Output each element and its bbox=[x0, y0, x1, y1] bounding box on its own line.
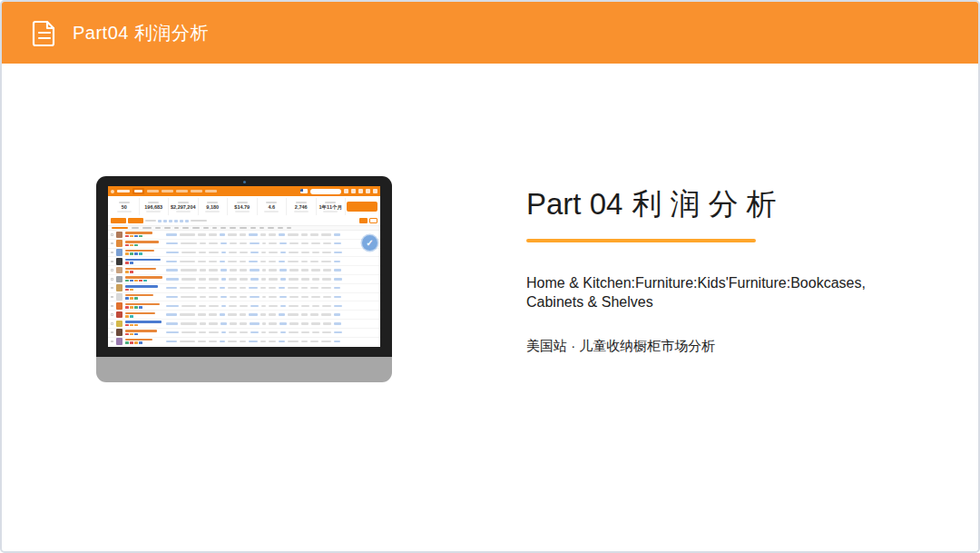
variant-chips bbox=[125, 297, 163, 300]
stat-label bbox=[119, 202, 130, 203]
product-thumbnail bbox=[116, 240, 123, 247]
variant-chips bbox=[125, 280, 163, 282]
table-value-cell bbox=[209, 261, 217, 263]
variant-chip bbox=[130, 280, 133, 282]
product-thumbnail bbox=[116, 329, 123, 336]
variant-chip bbox=[139, 235, 142, 238]
table-link-cell bbox=[166, 296, 178, 299]
table-value-cell bbox=[230, 242, 237, 245]
table-link-cell bbox=[279, 269, 287, 272]
stat-subtext bbox=[117, 211, 132, 212]
table-link-cell bbox=[249, 313, 258, 316]
table-value-cell bbox=[260, 313, 266, 316]
table-value-cell bbox=[209, 313, 217, 316]
category-path: Home & Kitchen:Furniture:Kids'Furniture:… bbox=[526, 273, 926, 312]
stat-label bbox=[178, 202, 189, 203]
filter-label bbox=[145, 220, 156, 222]
table-value-cell bbox=[260, 261, 266, 263]
table-link-cell bbox=[250, 331, 259, 334]
webcam-dot bbox=[243, 181, 246, 183]
stat-value: 196,683 bbox=[144, 204, 162, 210]
product-thumbnail bbox=[116, 321, 123, 328]
variant-chip bbox=[134, 333, 138, 336]
monitor-bezel: 50196,683$2,297,2049,180$14.794.62,7461年… bbox=[96, 176, 392, 357]
table-value-cell bbox=[289, 252, 299, 254]
product-title-link bbox=[125, 276, 162, 279]
table-value-cell bbox=[289, 322, 299, 325]
stat-cell: $2,297,204 bbox=[169, 198, 199, 215]
table-link-cell bbox=[279, 261, 285, 263]
column-header bbox=[203, 227, 209, 230]
table-value-cell bbox=[199, 331, 206, 334]
table-value-cell bbox=[181, 296, 197, 299]
row-checkbox bbox=[111, 296, 113, 299]
column-header bbox=[164, 227, 171, 230]
app-nav-item bbox=[205, 190, 217, 193]
variant-chips bbox=[125, 315, 163, 318]
variant-chips bbox=[125, 271, 163, 273]
table-value-cell bbox=[310, 261, 318, 263]
table-value-cell bbox=[301, 313, 308, 316]
table-value-cell bbox=[311, 322, 320, 325]
table-row bbox=[108, 231, 380, 240]
variant-chip bbox=[130, 262, 133, 264]
table-value-cell bbox=[301, 252, 309, 254]
stat-subtext bbox=[205, 211, 220, 212]
table-link-cell bbox=[334, 233, 340, 236]
column-header bbox=[250, 227, 256, 230]
table-value-cell bbox=[321, 287, 331, 290]
table-link-cell bbox=[166, 242, 178, 245]
app-toolbar-icon bbox=[358, 189, 363, 193]
stat-label bbox=[207, 202, 218, 203]
table-link-cell bbox=[221, 252, 226, 254]
variant-chip bbox=[139, 280, 142, 282]
table-value-cell bbox=[228, 313, 237, 316]
table-value-cell bbox=[288, 233, 299, 236]
table-value-cell bbox=[240, 242, 247, 245]
table-value-cell bbox=[310, 233, 318, 236]
table-value-cell bbox=[269, 341, 276, 343]
stat-label bbox=[237, 202, 248, 203]
variant-chip bbox=[134, 244, 138, 247]
table-value-cell bbox=[322, 331, 331, 334]
app-brand bbox=[117, 190, 130, 193]
variant-chip bbox=[125, 297, 129, 300]
table-value-cell bbox=[261, 252, 266, 254]
table-value-cell bbox=[322, 278, 331, 281]
table-link-cell bbox=[250, 252, 259, 254]
table-value-cell bbox=[262, 269, 266, 272]
product-cell bbox=[125, 232, 163, 237]
product-thumbnail bbox=[116, 302, 123, 310]
table-value-cell bbox=[240, 305, 248, 308]
header-title: Part04 利润分析 bbox=[73, 21, 209, 45]
table-value-cell bbox=[209, 233, 217, 236]
table-value-cell bbox=[301, 341, 308, 343]
table-link-cell bbox=[221, 331, 226, 334]
stat-subtext bbox=[323, 211, 338, 212]
stat-label bbox=[266, 202, 277, 203]
monitor-mockup: 50196,683$2,297,2049,180$14.794.62,7461年… bbox=[96, 176, 392, 382]
table-value-cell bbox=[323, 322, 331, 325]
product-cell bbox=[125, 330, 163, 335]
table-link-cell bbox=[250, 278, 259, 281]
table-link-cell bbox=[249, 233, 258, 236]
table-link-cell bbox=[334, 252, 342, 254]
table-value-cell bbox=[269, 269, 277, 272]
stat-subtext bbox=[176, 211, 191, 212]
column-header bbox=[278, 227, 283, 230]
table-value-cell bbox=[311, 242, 320, 245]
variant-chip bbox=[125, 306, 129, 309]
table-link-cell bbox=[220, 233, 225, 236]
table-value-cell bbox=[209, 252, 219, 254]
table-link-cell bbox=[334, 296, 341, 299]
stat-value: $2,297,204 bbox=[171, 204, 196, 210]
table-value-cell bbox=[181, 242, 197, 245]
stat-value: 50 bbox=[122, 204, 127, 210]
table-value-cell bbox=[321, 261, 331, 263]
app-toolbar-icon bbox=[351, 189, 356, 193]
table-row bbox=[108, 266, 380, 275]
table-link-cell bbox=[166, 269, 178, 272]
row-checkbox bbox=[111, 322, 113, 325]
table-link-cell bbox=[280, 305, 286, 308]
table-value-cell bbox=[321, 233, 331, 236]
